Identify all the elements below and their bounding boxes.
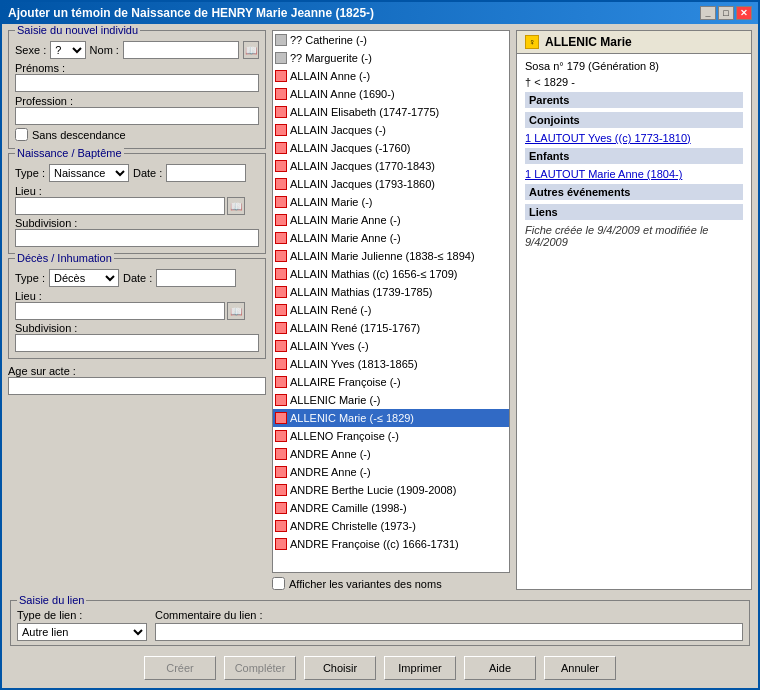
conjoint-1[interactable]: 1 LAUTOUT Yves ((c) 1773-1810) — [525, 132, 743, 144]
list-item[interactable]: ALLAIN Yves (-) — [273, 337, 509, 355]
list-item[interactable]: ALLAIN Elisabeth (1747-1775) — [273, 103, 509, 121]
list-item[interactable]: ALLAIN Mathias (1739-1785) — [273, 283, 509, 301]
pink-icon — [275, 70, 287, 82]
list-item[interactable]: ALLAIN Anne (-) — [273, 67, 509, 85]
list-item[interactable]: ALLENIC Marie (-≤ 1829) — [273, 409, 509, 427]
persons-list[interactable]: ?? Catherine (-)?? Marguerite (-)ALLAIN … — [272, 30, 510, 573]
creer-button[interactable]: Créer — [144, 656, 216, 680]
type-deces-label: Type : — [15, 272, 45, 284]
list-item-name: ANDRE Anne (-) — [290, 448, 371, 460]
list-item-name: ALLAIN Mathias ((c) 1656-≤ 1709) — [290, 268, 457, 280]
pink-icon — [275, 358, 287, 370]
nom-input[interactable] — [123, 41, 239, 59]
list-item-name: ALLENO Françoise (-) — [290, 430, 399, 442]
list-item[interactable]: ALLENIC Marie (-) — [273, 391, 509, 409]
person-icon: ♀ — [525, 35, 539, 49]
annuler-button[interactable]: Annuler — [544, 656, 616, 680]
pink-icon — [275, 196, 287, 208]
imprimer-button[interactable]: Imprimer — [384, 656, 456, 680]
list-item[interactable]: ALLAIN Marie (-) — [273, 193, 509, 211]
pink-icon — [275, 178, 287, 190]
type-lien-label: Type de lien : — [17, 609, 147, 621]
subdivision-deces-input[interactable] — [15, 334, 259, 352]
fiche-line: Fiche créée le 9/4/2009 et modifiée le 9… — [525, 224, 743, 248]
window-title: Ajouter un témoin de Naissance de HENRY … — [8, 6, 374, 20]
list-item[interactable]: ALLAIN Jacques (-1760) — [273, 139, 509, 157]
aide-button[interactable]: Aide — [464, 656, 536, 680]
list-item[interactable]: ANDRE Camille (1998-) — [273, 499, 509, 517]
list-item[interactable]: ALLAIN Mathias ((c) 1656-≤ 1709) — [273, 265, 509, 283]
list-item[interactable]: ALLAIN Marie Anne (-) — [273, 211, 509, 229]
parents-section: Parents — [525, 92, 743, 108]
window-controls[interactable]: _ □ ✕ — [700, 6, 752, 20]
list-item-name: ALLAIN Jacques (-) — [290, 124, 386, 136]
list-item[interactable]: ALLAIN Marie Julienne (1838-≤ 1894) — [273, 247, 509, 265]
pink-icon — [275, 448, 287, 460]
titlebar: Ajouter un témoin de Naissance de HENRY … — [2, 2, 758, 24]
list-item[interactable]: ALLAIN René (1715-1767) — [273, 319, 509, 337]
choisir-button[interactable]: Choisir — [304, 656, 376, 680]
list-item[interactable]: ALLAIN Jacques (-) — [273, 121, 509, 139]
pink-icon — [275, 538, 287, 550]
lieu-naissance-label: Lieu : — [15, 185, 259, 197]
list-item[interactable]: ANDRE Françoise ((c) 1666-1731) — [273, 535, 509, 553]
list-item-name: ALLAIN Marie Julienne (1838-≤ 1894) — [290, 250, 475, 262]
sexe-label: Sexe : — [15, 44, 46, 56]
deces-group-label: Décès / Inhumation — [15, 252, 114, 264]
pink-icon — [275, 160, 287, 172]
list-item[interactable]: ALLAIN Anne (1690-) — [273, 85, 509, 103]
list-item[interactable]: ANDRE Berthe Lucie (1909-2008) — [273, 481, 509, 499]
list-item[interactable]: ALLAIN Marie Anne (-) — [273, 229, 509, 247]
list-item[interactable]: ?? Marguerite (-) — [273, 49, 509, 67]
date-naissance-input[interactable] — [166, 164, 246, 182]
list-item[interactable]: ALLAIN Jacques (1770-1843) — [273, 157, 509, 175]
info-header-name: ALLENIC Marie — [545, 35, 632, 49]
show-variants-label: Afficher les variantes des noms — [289, 578, 442, 590]
list-item-name: ALLAIN Marie (-) — [290, 196, 373, 208]
sexe-select[interactable]: ? M F — [50, 41, 85, 59]
date-deces-label: Date : — [123, 272, 152, 284]
enfant-1[interactable]: 1 LAUTOUT Marie Anne (1804-) — [525, 168, 743, 180]
lieu-naissance-book-icon[interactable]: 📖 — [227, 197, 245, 215]
list-item[interactable]: ALLAIN Jacques (1793-1860) — [273, 175, 509, 193]
maximize-button[interactable]: □ — [718, 6, 734, 20]
age-input[interactable] — [8, 377, 266, 395]
list-item[interactable]: ANDRE Christelle (1973-) — [273, 517, 509, 535]
list-item-name: ALLAIN René (-) — [290, 304, 371, 316]
list-item[interactable]: ?? Catherine (-) — [273, 31, 509, 49]
nom-book-icon[interactable]: 📖 — [243, 41, 259, 59]
pink-icon — [275, 466, 287, 478]
list-item[interactable]: ALLAIRE Françoise (-) — [273, 373, 509, 391]
subdivision-naissance-input[interactable] — [15, 229, 259, 247]
pink-icon — [275, 322, 287, 334]
type-naissance-select[interactable]: Naissance Baptême — [49, 164, 129, 182]
minimize-button[interactable]: _ — [700, 6, 716, 20]
lieu-naissance-input[interactable] — [15, 197, 225, 215]
commentaire-input[interactable] — [155, 623, 743, 641]
list-item-name: ALLAIN René (1715-1767) — [290, 322, 420, 334]
enfants-section: Enfants — [525, 148, 743, 164]
lieu-deces-book-icon[interactable]: 📖 — [227, 302, 245, 320]
sans-descendance-checkbox[interactable] — [15, 128, 28, 141]
show-variants-checkbox[interactable] — [272, 577, 285, 590]
type-lien-select[interactable]: Autre lien — [17, 623, 147, 641]
saisie-lien-group: Saisie du lien Type de lien : Autre lien… — [10, 600, 750, 646]
type-deces-select[interactable]: Décès Inhumation — [49, 269, 119, 287]
list-item[interactable]: ALLAIN Yves (1813-1865) — [273, 355, 509, 373]
list-item[interactable]: ANDRE Anne (-) — [273, 445, 509, 463]
list-item[interactable]: ANDRE Anne (-) — [273, 463, 509, 481]
date-deces-input[interactable] — [156, 269, 236, 287]
lieu-deces-input[interactable] — [15, 302, 225, 320]
close-button[interactable]: ✕ — [736, 6, 752, 20]
completer-button[interactable]: Compléter — [224, 656, 296, 680]
death-line: † < 1829 - — [525, 76, 743, 88]
list-item-name: ALLAIN Jacques (1770-1843) — [290, 160, 435, 172]
profession-input[interactable] — [15, 107, 259, 125]
gray-icon — [275, 52, 287, 64]
action-buttons-row: Créer Compléter Choisir Imprimer Aide An… — [10, 652, 750, 684]
pink-icon — [275, 124, 287, 136]
prenoms-input[interactable] — [15, 74, 259, 92]
list-item[interactable]: ALLAIN René (-) — [273, 301, 509, 319]
pink-icon — [275, 88, 287, 100]
list-item[interactable]: ALLENO Françoise (-) — [273, 427, 509, 445]
